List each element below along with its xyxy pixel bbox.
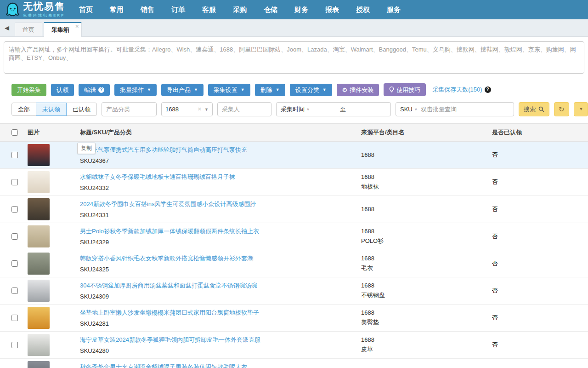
- tab-home[interactable]: 首页: [15, 23, 42, 36]
- refresh-icon: ↻: [559, 106, 565, 113]
- product-thumbnail[interactable]: [28, 253, 50, 275]
- category-input[interactable]: [102, 102, 157, 116]
- clear-icon[interactable]: ✕: [198, 106, 202, 112]
- claim-filter-tab[interactable]: 全部: [11, 103, 36, 116]
- product-title-link[interactable]: 水貂绒袜子女冬季保暖毛绒地板卡通百搭珊瑚绒百搭月子袜: [80, 173, 361, 181]
- product-thumbnail[interactable]: [28, 198, 50, 220]
- collect-time-range[interactable]: 采集时间 ˅ 至: [276, 102, 391, 116]
- nav-item[interactable]: 授权: [356, 6, 370, 14]
- claim-button[interactable]: 认领: [51, 84, 74, 96]
- search-options-button[interactable]: ▼: [574, 102, 588, 116]
- product-title-link[interactable]: 男士Polo衫秋冬季新款加绒加厚一体绒保暖翻领假两件条纹长袖上衣: [80, 227, 361, 236]
- product-url-textarea[interactable]: [4, 41, 584, 74]
- nav-item[interactable]: 销售: [141, 6, 154, 14]
- nav-item[interactable]: 常用: [110, 6, 124, 14]
- nav-item[interactable]: 报表: [325, 6, 339, 14]
- claim-filter-tab[interactable]: 未认领: [36, 103, 67, 116]
- row-checkbox[interactable]: [11, 179, 18, 185]
- tab-close-icon[interactable]: ✕: [75, 24, 79, 29]
- product-thumbnail[interactable]: [28, 361, 50, 368]
- export-products-button[interactable]: 导出产品▼: [161, 84, 204, 96]
- table-row: 水貂绒袜子女冬季保暖毛绒地板卡通百搭珊瑚绒百搭月子袜 SKU24332 1688…: [0, 169, 588, 196]
- source-platform: 1688: [361, 172, 492, 182]
- search-button[interactable]: 搜索: [519, 102, 549, 116]
- product-thumbnail[interactable]: [28, 225, 50, 247]
- product-sku: SKU24367: [80, 157, 361, 164]
- nav-item[interactable]: 服务: [387, 6, 401, 14]
- plugin-install-button[interactable]: ⚙插件安装: [337, 84, 379, 96]
- header-title: 标题/SKU/产品分类: [76, 128, 361, 137]
- usage-tips-button[interactable]: 使用技巧: [384, 83, 426, 96]
- tabs-back-icon[interactable]: ◀: [5, 24, 9, 31]
- claimed-status: 否: [492, 260, 498, 267]
- row-checkbox[interactable]: [11, 342, 18, 348]
- save-days-label: 采集保存天数(150): [432, 86, 482, 94]
- product-thumbnail[interactable]: [28, 307, 50, 329]
- question-circle-icon[interactable]: ?: [485, 86, 491, 93]
- row-checkbox[interactable]: [11, 315, 18, 321]
- nav-item[interactable]: 首页: [79, 6, 93, 14]
- category-name: 皮草: [361, 345, 492, 355]
- collector-input[interactable]: [217, 102, 271, 116]
- product-title-link[interactable]: 秋冬季外套男士夹克潮流金貂绒呢子男装冬装休闲短款毛呢大衣: [80, 363, 361, 368]
- sku-search-input[interactable]: [420, 105, 514, 113]
- toolbar: 开始采集认领编辑?批量操作▼导出产品▼采集设置▼删除▼设置分类▼⚙插件安装使用技…: [11, 83, 588, 96]
- claimed-status: 否: [492, 314, 498, 321]
- start-collect-button[interactable]: 开始采集: [11, 84, 46, 96]
- tab-collect-box[interactable]: 采集箱 ✕: [44, 22, 82, 37]
- product-title-link[interactable]: 2024新款冬季围巾女百搭ins风学生可爱氛围感小众设计高级感围脖: [80, 200, 361, 208]
- table-row: 复制 无线充气泵便携式汽车用多功能轮胎打气筒自动高压打气泵快充 SKU24367…: [0, 142, 588, 169]
- claim-filter-tab[interactable]: 已认领: [66, 103, 97, 116]
- product-title-link[interactable]: 无线充气泵便携式汽车用多功能轮胎打气筒自动高压打气泵快充: [80, 146, 361, 154]
- nav-item[interactable]: 仓储: [264, 6, 277, 14]
- product-title-link[interactable]: 304不锈钢盆加厚厨房商用汤盆菜盆和面盆打蛋盆食堂不锈钢碗汤碗: [80, 282, 361, 290]
- row-checkbox[interactable]: [11, 288, 18, 294]
- source-platform: 1688: [361, 281, 492, 291]
- nav-item[interactable]: 订单: [171, 6, 185, 14]
- filter-bar: 全部未认领已认领 1688 ✕ ▼ 采集时间 ˅ 至 SKU ˅ 搜索 ↻ ▼: [11, 102, 588, 116]
- product-thumbnail[interactable]: [28, 280, 50, 302]
- product-thumbnail[interactable]: [28, 171, 50, 193]
- delete-button[interactable]: 删除▼: [255, 84, 285, 96]
- app-title: 无忧易售: [23, 1, 65, 12]
- octopus-logo-icon: [6, 2, 20, 17]
- product-title-link[interactable]: 坐垫地上卧室懒人沙发坐墩榻榻米蒲团日式家用阳台飘窗地板软垫子: [80, 309, 361, 317]
- product-title-link[interactable]: 海宁皮草女装2024新款冬季狐狸毛领内胆可拆卸皮毛一体外套派克服: [80, 336, 361, 344]
- refresh-button[interactable]: ↻: [554, 102, 569, 116]
- set-category-button[interactable]: 设置分类▼: [290, 84, 332, 96]
- nav-item[interactable]: 财务: [294, 6, 308, 14]
- tab-home-label: 首页: [23, 26, 34, 34]
- button-label: 采集设置: [214, 87, 237, 93]
- collect-settings-button[interactable]: 采集设置▼: [208, 84, 250, 96]
- nav-item[interactable]: 客服: [202, 6, 216, 14]
- product-sku: SKU24281: [80, 320, 361, 327]
- category-name: 美臀垫: [361, 318, 492, 328]
- row-checkbox[interactable]: [11, 152, 18, 158]
- lightbulb-icon: [389, 86, 394, 93]
- button-label: 插件安装: [350, 87, 373, 93]
- table-row: 秋冬季外套男士夹克潮流金貂绒呢子男装冬装休闲短款毛呢大衣 1688 否: [0, 359, 588, 368]
- caret-down-icon: ▼: [276, 88, 280, 92]
- question-circle-icon[interactable]: ?: [98, 87, 104, 93]
- edit-button[interactable]: 编辑?: [79, 84, 110, 96]
- save-days-link[interactable]: 采集保存天数(150) ?: [432, 86, 491, 94]
- platform-select[interactable]: 1688 ✕ ▼: [161, 102, 213, 116]
- select-all-checkbox[interactable]: [11, 129, 18, 136]
- product-thumbnail[interactable]: [28, 144, 50, 166]
- row-checkbox[interactable]: [11, 260, 18, 267]
- tab-collect-box-label: 采集箱: [51, 26, 69, 34]
- app-logo[interactable]: 无忧易售 免费跨境电商ERP: [6, 1, 65, 17]
- batch-ops-button[interactable]: 批量操作▼: [114, 84, 157, 96]
- copy-button[interactable]: 复制: [77, 143, 96, 154]
- nav-item[interactable]: 采购: [233, 6, 247, 14]
- table-body: 复制 无线充气泵便携式汽车用多功能轮胎打气筒自动高压打气泵快充 SKU24367…: [0, 142, 588, 368]
- product-title-link[interactable]: 韩版穿搭小香风针织毛衣女秋季新款外搭宽松慵懒感领开衫外套潮: [80, 254, 361, 263]
- table-header: 图片 标题/SKU/产品分类 来源平台/类目名 是否已认领: [0, 123, 588, 142]
- collect-time-dropdown[interactable]: 采集时间 ˅: [277, 105, 313, 114]
- claimed-status: 否: [492, 341, 498, 348]
- row-checkbox[interactable]: [11, 206, 18, 213]
- product-thumbnail[interactable]: [28, 334, 50, 356]
- sku-type-dropdown[interactable]: SKU ˅: [396, 106, 420, 113]
- button-label: 使用技巧: [396, 87, 420, 93]
- row-checkbox[interactable]: [11, 233, 18, 240]
